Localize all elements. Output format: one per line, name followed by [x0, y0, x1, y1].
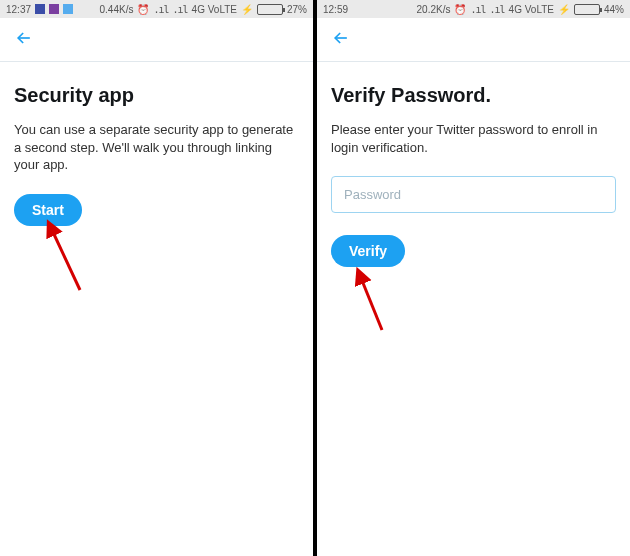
battery-icon — [574, 4, 600, 15]
annotation-arrow-icon — [347, 270, 407, 344]
app-indicator-icon — [35, 4, 45, 14]
network-speed: 0.44K/s — [100, 4, 134, 15]
signal-icon: .ıl — [490, 4, 505, 15]
signal-icon: .ıl — [153, 4, 168, 15]
back-arrow-icon[interactable] — [14, 28, 34, 52]
two-phone-container: 12:37 0.44K/s ⏰ .ıl .ıl 4G VoLTE ⚡ 27% — [0, 0, 630, 556]
charging-icon: ⚡ — [241, 4, 253, 15]
status-bar: 12:59 20.2K/s ⏰ .ıl .ıl 4G VoLTE ⚡ 44% — [317, 0, 630, 18]
page-description: Please enter your Twitter password to en… — [331, 121, 616, 156]
verify-button[interactable]: Verify — [331, 235, 405, 267]
status-right: 0.44K/s ⏰ .ıl .ıl 4G VoLTE ⚡ 27% — [100, 4, 307, 15]
page-title: Verify Password. — [331, 84, 616, 107]
svg-line-1 — [361, 278, 382, 330]
page-description: You can use a separate security app to g… — [14, 121, 299, 174]
phone-right: 12:59 20.2K/s ⏰ .ıl .ıl 4G VoLTE ⚡ 44% V… — [317, 0, 630, 556]
signal-icon: .ıl — [470, 4, 485, 15]
password-input[interactable] — [331, 176, 616, 213]
content-area: Security app You can use a separate secu… — [0, 62, 313, 240]
status-left: 12:59 — [323, 4, 348, 15]
page-title: Security app — [14, 84, 299, 107]
phone-left: 12:37 0.44K/s ⏰ .ıl .ıl 4G VoLTE ⚡ 27% — [0, 0, 313, 556]
status-bar: 12:37 0.44K/s ⏰ .ıl .ıl 4G VoLTE ⚡ 27% — [0, 0, 313, 18]
battery-percent: 44% — [604, 4, 624, 15]
status-time: 12:59 — [323, 4, 348, 15]
alarm-icon: ⏰ — [454, 4, 466, 15]
nav-bar — [0, 18, 313, 62]
start-button[interactable]: Start — [14, 194, 82, 226]
status-right: 20.2K/s ⏰ .ıl .ıl 4G VoLTE ⚡ 44% — [417, 4, 624, 15]
app-indicator-icon — [63, 4, 73, 14]
content-area: Verify Password. Please enter your Twitt… — [317, 62, 630, 281]
carrier-label: 4G VoLTE — [509, 4, 554, 15]
carrier-label: 4G VoLTE — [192, 4, 237, 15]
back-arrow-icon[interactable] — [331, 28, 351, 52]
battery-icon — [257, 4, 283, 15]
alarm-icon: ⏰ — [137, 4, 149, 15]
signal-icon: .ıl — [173, 4, 188, 15]
charging-icon: ⚡ — [558, 4, 570, 15]
status-left: 12:37 — [6, 4, 73, 15]
battery-percent: 27% — [287, 4, 307, 15]
network-speed: 20.2K/s — [417, 4, 451, 15]
nav-bar — [317, 18, 630, 62]
app-indicator-icon — [49, 4, 59, 14]
status-time: 12:37 — [6, 4, 31, 15]
